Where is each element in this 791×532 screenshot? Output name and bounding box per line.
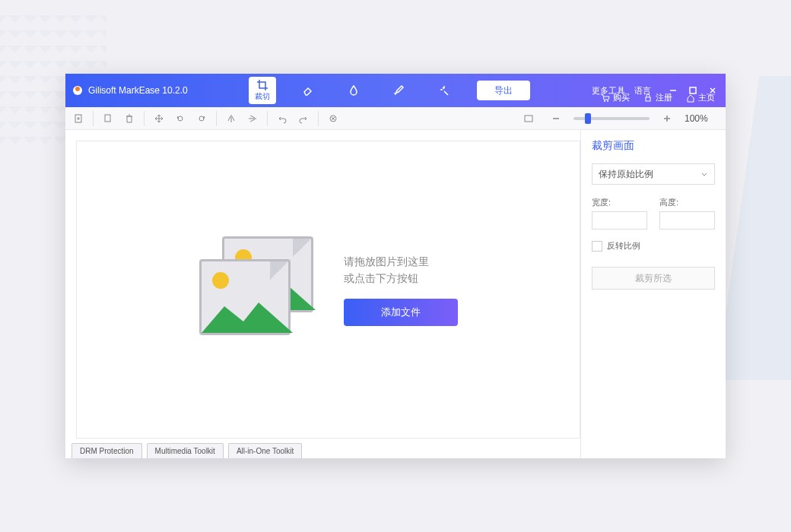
new-file-button[interactable]	[68, 109, 88, 128]
zoom-controls: 100%	[519, 109, 723, 128]
secondary-toolbar: 100%	[65, 107, 726, 130]
svg-rect-9	[525, 116, 532, 122]
tab-drm[interactable]: DRM Protection	[71, 443, 142, 458]
checkbox-icon	[592, 241, 602, 252]
zoom-slider-thumb[interactable]	[585, 113, 591, 124]
svg-rect-7	[105, 115, 110, 122]
lock-icon	[643, 93, 653, 103]
copy-button[interactable]	[98, 109, 118, 128]
tab-allinone[interactable]: All-in-One Toolkit	[228, 443, 302, 458]
height-label: 高度:	[659, 197, 715, 208]
zoom-in-button[interactable]	[657, 109, 677, 128]
wand-tool-button[interactable]	[431, 77, 459, 104]
chevron-down-icon	[700, 170, 708, 178]
dropzone-text: 请拖放图片到这里 或点击下方按钮 添加文件	[344, 253, 458, 327]
dropzone-line2: 或点击下方按钮	[344, 270, 458, 287]
home-link[interactable]: 主页	[686, 92, 715, 103]
width-label: 宽度:	[592, 197, 647, 208]
delete-button[interactable]	[119, 109, 139, 128]
app-title: Gilisoft MarkEase 10.2.0	[88, 85, 188, 96]
crop-tool-button[interactable]: 裁切	[249, 77, 276, 104]
app-window: Gilisoft MarkEase 10.2.0 裁切 导出 更	[65, 74, 726, 458]
app-logo-icon	[71, 84, 84, 97]
image-placeholder-icon	[199, 236, 321, 343]
blur-tool-button[interactable]	[340, 77, 367, 104]
rotate-right-button[interactable]	[192, 109, 211, 128]
zoom-slider[interactable]	[573, 117, 650, 120]
dropzone-line1: 请拖放图片到这里	[344, 253, 458, 270]
tab-multimedia[interactable]: Multimedia Toolkit	[147, 443, 224, 458]
svg-point-3	[604, 100, 605, 102]
undo-button[interactable]	[272, 109, 292, 128]
redo-button[interactable]	[294, 109, 313, 128]
app-body: 请拖放图片到这里 或点击下方按钮 添加文件 DRM Protection Mul…	[65, 130, 726, 458]
home-icon	[686, 93, 695, 103]
main-tools: 裁切 导出	[188, 77, 592, 104]
svg-rect-5	[646, 97, 650, 101]
flip-v-button[interactable]	[243, 109, 262, 128]
clear-button[interactable]	[323, 109, 343, 128]
zoom-value: 100%	[685, 113, 713, 124]
fit-button[interactable]	[519, 109, 538, 128]
register-link[interactable]: 注册	[643, 92, 672, 103]
header-action-links: 购买 注册 主页	[601, 92, 715, 103]
cart-icon	[601, 93, 610, 103]
aspect-ratio-select[interactable]: 保持原始比例	[592, 163, 715, 185]
svg-point-1	[75, 87, 80, 91]
width-input[interactable]	[592, 211, 647, 230]
aspect-ratio-value: 保持原始比例	[599, 168, 653, 181]
canvas-dropzone[interactable]: 请拖放图片到这里 或点击下方按钮 添加文件	[76, 141, 580, 439]
flip-h-button[interactable]	[221, 109, 241, 128]
height-input[interactable]	[659, 211, 715, 230]
crop-panel: 裁剪画面 保持原始比例 宽度: 高度: 反转比例 裁剪所选	[581, 130, 726, 458]
crop-tool-label: 裁切	[255, 91, 270, 102]
panel-title: 裁剪画面	[592, 139, 715, 153]
zoom-out-button[interactable]	[546, 109, 566, 128]
add-file-button[interactable]: 添加文件	[344, 299, 458, 326]
buy-link[interactable]: 购买	[601, 92, 630, 103]
export-button[interactable]: 导出	[477, 81, 530, 100]
canvas-area: 请拖放图片到这里 或点击下方按钮 添加文件 DRM Protection Mul…	[65, 130, 581, 458]
crop-selected-button[interactable]: 裁剪所选	[592, 267, 715, 290]
bottom-tabs: DRM Protection Multimedia Toolkit All-in…	[65, 439, 580, 458]
eraser-tool-button[interactable]	[294, 77, 322, 104]
invert-ratio-checkbox[interactable]: 反转比例	[592, 240, 715, 252]
dimensions: 宽度: 高度:	[592, 197, 715, 230]
svg-point-4	[607, 100, 608, 102]
export-label: 导出	[494, 84, 513, 97]
move-button[interactable]	[149, 109, 169, 128]
rotate-left-button[interactable]	[170, 109, 190, 128]
brush-tool-button[interactable]	[386, 77, 413, 104]
invert-label: 反转比例	[607, 240, 640, 252]
